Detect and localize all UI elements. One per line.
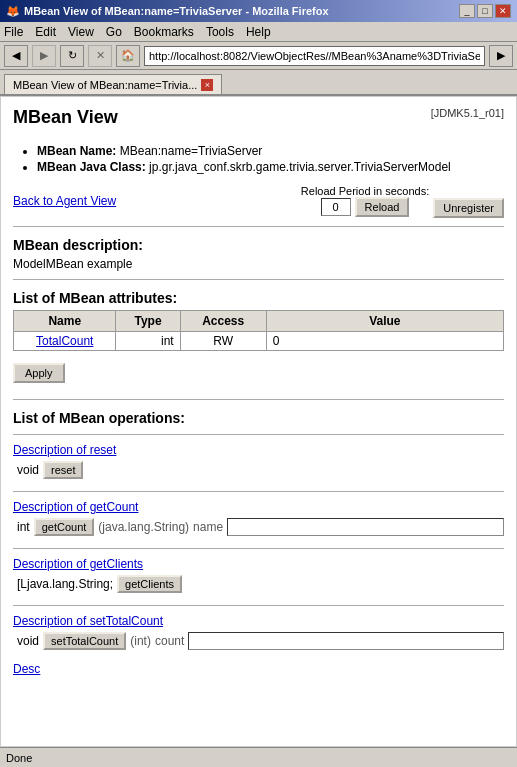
page-content: [JDMK5.1_r01] MBean View MBean Name: MBe… (0, 96, 517, 747)
mbean-name-item: MBean Name: MBean:name=TriviaServer (37, 144, 504, 158)
maximize-button[interactable]: □ (477, 4, 493, 18)
menu-bar: File Edit View Go Bookmarks Tools Help (0, 22, 517, 42)
param-type-label: (java.lang.String) (98, 520, 189, 534)
go-button[interactable]: ▶ (489, 45, 513, 67)
operations-container: Description of reset void reset Descript… (13, 434, 504, 650)
reload-section: Reload Period in seconds: Reload Unregis… (301, 184, 504, 218)
op-invoke-row: [Ljava.lang.String; getClients (17, 575, 504, 593)
window-controls: _ □ ✕ (459, 4, 511, 18)
op-return-type: void (17, 634, 39, 648)
attr-type: int (116, 332, 180, 351)
tab-label: MBean View of MBean:name=Trivia... (13, 79, 197, 91)
divider-1 (13, 226, 504, 227)
close-button[interactable]: ✕ (495, 4, 511, 18)
toolbar: ◀ ▶ ↻ ✕ 🏠 ▶ (0, 42, 517, 70)
menu-edit[interactable]: Edit (35, 25, 56, 39)
op-divider (13, 605, 504, 606)
attr-access: RW (180, 332, 266, 351)
title-bar: 🦊 MBean View of MBean:name=TriviaServer … (0, 0, 517, 22)
operation-section: Description of reset void reset (13, 434, 504, 479)
op-invoke-row: void setTotalCount (int) count (17, 632, 504, 650)
col-name-header: Name (14, 311, 116, 332)
menu-bookmarks[interactable]: Bookmarks (134, 25, 194, 39)
table-row: TotalCount int RW (14, 332, 504, 351)
address-bar (144, 46, 485, 66)
unregister-button[interactable]: Unregister (433, 198, 504, 218)
op-invoke-button[interactable]: getCount (34, 518, 95, 536)
tab-bar: MBean View of MBean:name=Trivia... × (0, 70, 517, 96)
param-name-label: count (155, 634, 184, 648)
param-input[interactable] (227, 518, 504, 536)
mbean-name-label: MBean Name: (37, 144, 116, 158)
attr-list-title: List of MBean attributes: (13, 290, 504, 306)
tab-close-button[interactable]: × (201, 79, 213, 91)
apply-button[interactable]: Apply (13, 363, 65, 383)
op-return-type: void (17, 463, 39, 477)
op-invoke-row: int getCount (java.lang.String) name (17, 518, 504, 536)
ops-list-title: List of MBean operations: (13, 410, 504, 426)
attributes-table: Name Type Access Value TotalCount int RW (13, 310, 504, 351)
back-to-agent-link[interactable]: Back to Agent View (13, 194, 116, 208)
op-invoke-button[interactable]: getClients (117, 575, 182, 593)
stop-button[interactable]: ✕ (88, 45, 112, 67)
reload-period-label: Reload Period in seconds: (301, 185, 429, 197)
param-type-label: (int) (130, 634, 151, 648)
op-return-type: [Ljava.lang.String; (17, 577, 113, 591)
attr-value-input[interactable] (273, 334, 497, 348)
divider-3 (13, 399, 504, 400)
divider-2 (13, 279, 504, 280)
status-bar: Done (0, 747, 517, 767)
op-divider (13, 491, 504, 492)
browser-tab[interactable]: MBean View of MBean:name=Trivia... × (4, 74, 222, 94)
op-title-link[interactable]: Description of reset (13, 443, 504, 457)
operation-section: Description of getClients [Ljava.lang.St… (13, 548, 504, 593)
mbean-class-item: MBean Java Class: jp.gr.java_conf.skrb.g… (37, 160, 504, 174)
mbean-name-value: MBean:name=TriviaServer (120, 144, 263, 158)
window-title: MBean View of MBean:name=TriviaServer - … (24, 5, 329, 17)
address-input[interactable] (149, 50, 480, 62)
attr-name-link[interactable]: TotalCount (36, 334, 93, 348)
op-invoke-row: void reset (17, 461, 504, 479)
status-text: Done (6, 752, 32, 764)
col-value-header: Value (266, 311, 503, 332)
op-return-type: int (17, 520, 30, 534)
col-access-header: Access (180, 311, 266, 332)
mbean-class-label: MBean Java Class: (37, 160, 146, 174)
jdmk-version: [JDMK5.1_r01] (431, 107, 504, 119)
mbean-desc-title: MBean description: (13, 237, 504, 253)
mbean-class-value: jp.gr.java_conf.skrb.game.trivia.server.… (149, 160, 451, 174)
menu-file[interactable]: File (4, 25, 23, 39)
col-type-header: Type (116, 311, 180, 332)
partial-op: Desc (13, 662, 504, 676)
back-button[interactable]: ◀ (4, 45, 28, 67)
menu-tools[interactable]: Tools (206, 25, 234, 39)
mbean-info-list: MBean Name: MBean:name=TriviaServer MBea… (13, 144, 504, 174)
menu-view[interactable]: View (68, 25, 94, 39)
content-area: [JDMK5.1_r01] MBean View MBean Name: MBe… (0, 96, 517, 747)
op-divider (13, 548, 504, 549)
op-title-link[interactable]: Description of getCount (13, 500, 504, 514)
reload-period-input[interactable] (321, 198, 351, 216)
operation-section: Description of getCount int getCount (ja… (13, 491, 504, 536)
operation-section: Description of setTotalCount void setTot… (13, 605, 504, 650)
op-title-link[interactable]: Description of getClients (13, 557, 504, 571)
param-input[interactable] (188, 632, 504, 650)
firefox-icon: 🦊 (6, 5, 20, 18)
op-title-link[interactable]: Description of setTotalCount (13, 614, 504, 628)
home-button[interactable]: 🏠 (116, 45, 140, 67)
menu-help[interactable]: Help (246, 25, 271, 39)
attr-value-cell[interactable] (266, 332, 503, 351)
browser-window: 🦊 MBean View of MBean:name=TriviaServer … (0, 0, 517, 767)
partial-op-title[interactable]: Desc (13, 662, 40, 676)
op-divider (13, 434, 504, 435)
reload-nav-button[interactable]: ↻ (60, 45, 84, 67)
op-invoke-button[interactable]: setTotalCount (43, 632, 126, 650)
menu-go[interactable]: Go (106, 25, 122, 39)
param-name-label: name (193, 520, 223, 534)
mbean-desc-value: ModelMBean example (13, 257, 504, 271)
minimize-button[interactable]: _ (459, 4, 475, 18)
forward-button[interactable]: ▶ (32, 45, 56, 67)
reload-button[interactable]: Reload (355, 197, 410, 217)
op-invoke-button[interactable]: reset (43, 461, 83, 479)
